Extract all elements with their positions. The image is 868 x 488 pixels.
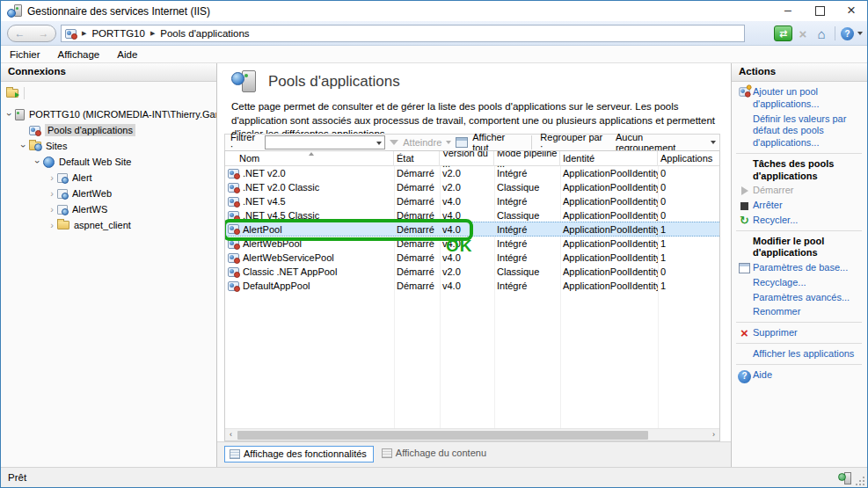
- maximize-button[interactable]: [804, 1, 835, 21]
- application-icon: [57, 173, 68, 183]
- action-recycle[interactable]: Recycler...: [736, 215, 862, 227]
- actions-panel: Actions Ajouter un pool d'applications..…: [731, 63, 867, 467]
- stop-disabled-icon: [796, 26, 810, 41]
- chevron-right-icon[interactable]: [47, 220, 57, 230]
- go-button: Atteindre: [403, 137, 441, 148]
- filter-text-field[interactable]: [266, 136, 384, 149]
- action-start: Démarrer: [736, 185, 862, 197]
- table-row[interactable]: AlertWebPool Démarré v4.0 Intégré Applic…: [225, 237, 719, 251]
- breadcrumb-page[interactable]: Pools d'applications: [160, 28, 249, 39]
- table-row[interactable]: .NET v2.0 Classic Démarré v2.0 Classique…: [225, 180, 719, 194]
- tree-item-sites[interactable]: Sites: [1, 138, 216, 154]
- action-advanced-settings[interactable]: Paramètres avancés...: [736, 292, 862, 304]
- action-set-defaults[interactable]: Définir les valeurs par défaut des pools…: [736, 113, 862, 149]
- action-add-pool[interactable]: Ajouter un pool d'applications...: [736, 86, 862, 111]
- tree-item-alert[interactable]: Alert: [1, 170, 216, 186]
- breadcrumb-server[interactable]: PORTTG10: [91, 28, 145, 39]
- menu-bar: Fichier Affichage Aide: [1, 46, 867, 63]
- forward-icon[interactable]: →: [39, 28, 49, 39]
- tree-item-alertws[interactable]: AlertWS: [1, 201, 216, 217]
- column-etat[interactable]: État: [394, 151, 440, 166]
- add-pool-icon: [739, 87, 749, 96]
- actions-divider: [736, 322, 862, 323]
- save-connection-icon[interactable]: [6, 89, 18, 98]
- refresh-icon[interactable]: [774, 25, 792, 41]
- column-applications[interactable]: Applications: [658, 151, 719, 166]
- action-basic-settings[interactable]: Paramètres de base...: [736, 262, 862, 274]
- toolbar-divider: [531, 135, 532, 149]
- column-mode-pipeline[interactable]: Mode pipeline ...: [494, 151, 560, 166]
- table-row[interactable]: Classic .NET AppPool Démarré v2.0 Classi…: [225, 265, 719, 279]
- table-row[interactable]: DefaultAppPool Démarré v4.0 Intégré Appl…: [225, 279, 719, 293]
- column-version[interactable]: Version du ...: [440, 151, 494, 166]
- action-rename[interactable]: Renommer: [736, 306, 862, 318]
- menu-fichier[interactable]: Fichier: [10, 49, 40, 60]
- action-view-applications[interactable]: Afficher les applications: [736, 348, 862, 361]
- app-pool-icon: [228, 224, 239, 234]
- app-pool-icon: [228, 239, 239, 249]
- help-icon: ?: [738, 370, 751, 383]
- home-icon[interactable]: [813, 26, 829, 41]
- page-title: Pools d'applications: [268, 73, 400, 91]
- action-recycling[interactable]: Recyclage...: [736, 277, 862, 289]
- column-nom[interactable]: Nom: [225, 151, 394, 166]
- tab-features-view[interactable]: Affichage des fonctionnalités: [224, 446, 374, 463]
- application-pools-icon: [231, 70, 258, 93]
- play-icon: [741, 186, 748, 195]
- breadcrumb[interactable]: ▶ PORTTG10 ▶ Pools d'applications: [61, 25, 745, 42]
- window-title: Gestionnaire des services Internet (IIS): [27, 5, 210, 18]
- filter-input[interactable]: [265, 135, 385, 149]
- sort-ascending-icon: [309, 152, 314, 156]
- address-bar: ← → ▶ PORTTG10 ▶ Pools d'applications ?: [1, 21, 867, 46]
- tree-item-alertweb[interactable]: AlertWeb: [1, 186, 216, 201]
- feature-view: Pools d'applications Cette page permet d…: [217, 63, 732, 467]
- table-row[interactable]: AlertWebServicePool Démarré v4.0 Intégré…: [225, 251, 719, 265]
- go-filter-icon: [390, 140, 398, 145]
- scroll-right-icon[interactable]: ›: [708, 429, 719, 441]
- delete-icon: [740, 328, 748, 339]
- tab-content-view[interactable]: Affichage du contenu: [377, 446, 492, 461]
- tree-item-application-pools[interactable]: Pools d'applications: [1, 122, 216, 138]
- chevron-down-icon[interactable]: [33, 157, 43, 167]
- stop-icon: [740, 202, 748, 210]
- recycle-icon: [740, 215, 749, 227]
- title-bar: Gestionnaire des services Internet (IIS): [1, 1, 867, 21]
- chevron-down-icon[interactable]: [376, 142, 382, 145]
- chevron-down-icon[interactable]: [18, 141, 29, 151]
- help-icon[interactable]: ?: [841, 27, 854, 40]
- tree-item-default-web-site[interactable]: Default Web Site: [1, 154, 216, 170]
- tree-item-server[interactable]: PORTTG10 (MICROMEDIA-INT\Thierry.Garnier…: [1, 106, 216, 122]
- action-help[interactable]: ? Aide: [736, 369, 862, 383]
- folder-icon: [57, 221, 69, 229]
- chevron-down-icon: [711, 141, 716, 144]
- tree-item-aspnet-client[interactable]: aspnet_client: [1, 217, 216, 233]
- action-stop[interactable]: Arrêter: [736, 200, 862, 212]
- scrollbar-thumb[interactable]: [237, 431, 648, 440]
- close-button[interactable]: [835, 1, 867, 21]
- chevron-right-icon[interactable]: [47, 204, 57, 215]
- scroll-left-icon[interactable]: ‹: [225, 429, 237, 441]
- app-pool-icon: [228, 183, 239, 193]
- table-row[interactable]: .NET v4.5 Démarré v4.0 Intégré Applicati…: [225, 194, 719, 208]
- resize-grip[interactable]: [854, 475, 864, 485]
- app-pool-icon: [228, 281, 239, 291]
- table-row-selected[interactable]: AlertPool Démarré v4.0 Intégré Applicati…: [225, 222, 719, 237]
- action-delete[interactable]: Supprimer: [736, 327, 862, 339]
- filter-toolbar: Filtrer : Atteindre Afficher tout Regrou…: [224, 134, 720, 151]
- application-icon: [57, 205, 68, 215]
- toolbar-divider: [835, 26, 835, 40]
- menu-affichage[interactable]: Affichage: [58, 49, 100, 60]
- minimize-button[interactable]: [772, 1, 804, 21]
- chevron-right-icon[interactable]: [47, 172, 57, 183]
- help-dropdown-icon[interactable]: [857, 32, 863, 35]
- app-pools-icon: [65, 29, 77, 39]
- menu-aide[interactable]: Aide: [117, 49, 137, 60]
- column-identite[interactable]: Identité: [560, 151, 658, 166]
- table-row[interactable]: .NET v4.5 Classic Démarré v4.0 Classique…: [225, 208, 719, 222]
- chevron-right-icon[interactable]: [47, 188, 57, 199]
- toolbar-divider: [24, 87, 25, 99]
- connections-tree: PORTTG10 (MICROMEDIA-INT\Thierry.Garnier…: [1, 104, 216, 233]
- horizontal-scrollbar[interactable]: ‹ ›: [225, 428, 719, 441]
- chevron-down-icon[interactable]: [4, 109, 15, 120]
- back-icon[interactable]: ←: [15, 28, 26, 39]
